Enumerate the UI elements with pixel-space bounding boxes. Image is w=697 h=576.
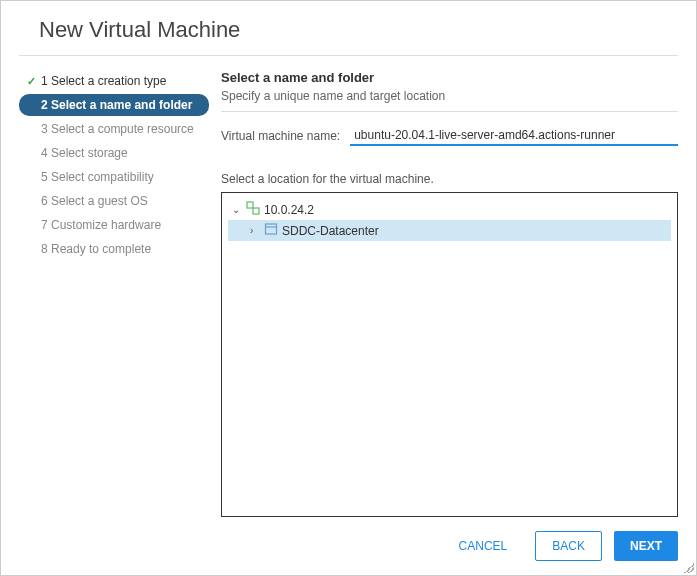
- location-label: Select a location for the virtual machin…: [221, 172, 678, 186]
- tree-datacenter-label: SDDC-Datacenter: [282, 224, 379, 238]
- step-8: 8 Ready to complete: [19, 238, 209, 260]
- step-3: 3 Select a compute resource: [19, 118, 209, 140]
- cancel-button[interactable]: CANCEL: [443, 531, 524, 561]
- host-icon: [246, 201, 260, 218]
- new-vm-dialog: New Virtual Machine ✓ 1 Select a creatio…: [0, 0, 697, 576]
- step-6: 6 Select a guest OS: [19, 190, 209, 212]
- step-label: 3 Select a compute resource: [41, 122, 194, 136]
- location-tree[interactable]: ⌄ 10.0.24.2 › SDDC-Datacenter: [221, 192, 678, 517]
- step-7: 7 Customize hardware: [19, 214, 209, 236]
- step-2[interactable]: 2 Select a name and folder: [19, 94, 209, 116]
- datacenter-icon: [264, 222, 278, 239]
- next-button[interactable]: NEXT: [614, 531, 678, 561]
- step-label: 6 Select a guest OS: [41, 194, 148, 208]
- resize-handle[interactable]: [684, 563, 694, 573]
- divider: [221, 111, 678, 112]
- wizard-steps: ✓ 1 Select a creation type 2 Select a na…: [19, 70, 209, 517]
- vm-name-input[interactable]: [350, 126, 678, 146]
- tree-root-label: 10.0.24.2: [264, 203, 314, 217]
- panel-subtitle: Specify a unique name and target locatio…: [221, 89, 678, 103]
- svg-rect-0: [247, 202, 253, 208]
- dialog-body: ✓ 1 Select a creation type 2 Select a na…: [1, 56, 696, 517]
- chevron-right-icon[interactable]: ›: [250, 225, 260, 236]
- step-label: 4 Select storage: [41, 146, 128, 160]
- step-label: 1 Select a creation type: [41, 74, 166, 88]
- step-5: 5 Select compatibility: [19, 166, 209, 188]
- step-label: 8 Ready to complete: [41, 242, 151, 256]
- svg-rect-2: [266, 224, 277, 234]
- step-label: 5 Select compatibility: [41, 170, 154, 184]
- chevron-down-icon[interactable]: ⌄: [232, 204, 242, 215]
- dialog-header: New Virtual Machine: [19, 1, 678, 56]
- vm-name-row: Virtual machine name:: [221, 126, 678, 146]
- svg-rect-1: [253, 208, 259, 214]
- main-panel: Select a name and folder Specify a uniqu…: [209, 70, 678, 517]
- dialog-footer: CANCEL BACK NEXT: [1, 517, 696, 575]
- step-4: 4 Select storage: [19, 142, 209, 164]
- back-button[interactable]: BACK: [535, 531, 602, 561]
- step-label: 2 Select a name and folder: [41, 98, 192, 112]
- step-1[interactable]: ✓ 1 Select a creation type: [19, 70, 209, 92]
- panel-title: Select a name and folder: [221, 70, 678, 85]
- vm-name-label: Virtual machine name:: [221, 129, 340, 143]
- step-label: 7 Customize hardware: [41, 218, 161, 232]
- tree-root[interactable]: ⌄ 10.0.24.2: [228, 199, 671, 220]
- dialog-title: New Virtual Machine: [39, 17, 658, 43]
- check-icon: ✓: [27, 75, 37, 88]
- tree-datacenter[interactable]: › SDDC-Datacenter: [228, 220, 671, 241]
